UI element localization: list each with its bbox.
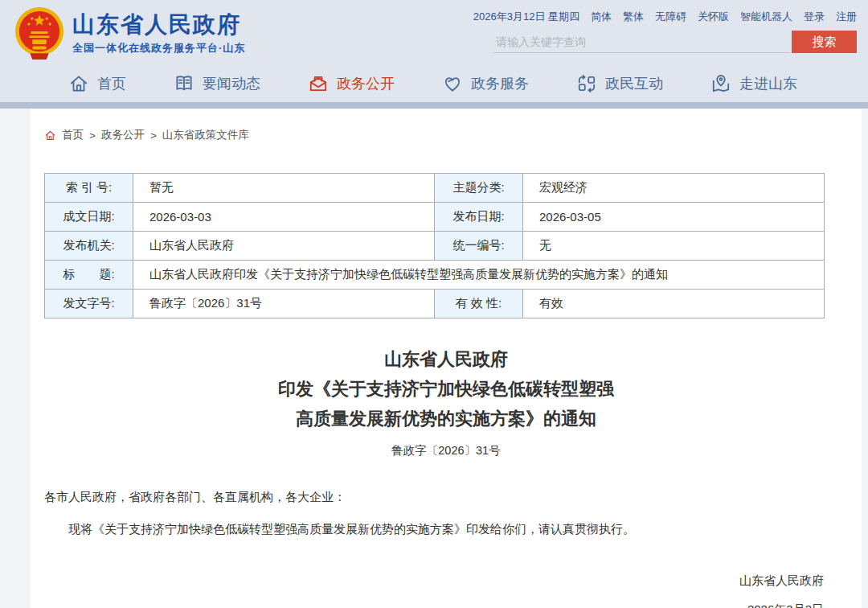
index-number-value: 暂无 [133, 174, 435, 203]
breadcrumb-separator: > [89, 129, 96, 142]
main-nav: 首页 要闻动态 政务公开 政务服务 政民互动 [0, 68, 868, 102]
table-row: 标 题: 山东省人民政府印发《关于支持济宁加快绿色低碳转型塑强高质量发展新优势的… [45, 261, 825, 290]
document-salutation: 各市人民政府，省政府各部门、各直属机构，各大企业： [44, 487, 824, 507]
publish-date-value: 2026-03-05 [523, 203, 825, 232]
link-traditional[interactable]: 繁体 [623, 10, 644, 24]
title-value: 山东省人民政府印发《关于支持济宁加快绿色低碳转型塑强高质量发展新优势的实施方案》… [133, 261, 825, 290]
document-title: 山东省人民政府 印发《关于支持济宁加快绿色低碳转型塑强 高质量发展新优势的实施方… [31, 344, 862, 433]
search-button[interactable]: 搜索 [792, 31, 857, 53]
document-signature: 山东省人民政府 2026年3月3日 [31, 566, 824, 608]
table-row: 发文字号: 鲁政字〔2026〕31号 有 效 性: 有效 [45, 290, 825, 318]
document-title-line1: 山东省人民政府 [31, 344, 862, 374]
page-content: 首页 > 政务公开 > 山东省政策文件库 索 引 号: 暂无 主题分类: 宏观经… [31, 109, 862, 608]
document-title-line2: 印发《关于支持济宁加快绿色低碳转型塑强 [31, 374, 862, 404]
link-login[interactable]: 登录 [804, 10, 825, 24]
validity-label: 有 效 性: [435, 290, 523, 318]
link-accessibility[interactable]: 无障碍 [655, 10, 686, 24]
document-paragraph: 现将《关于支持济宁加快绿色低碳转型塑强高质量发展新优势的实施方案》印发给你们，请… [44, 520, 824, 539]
site-identity: 山东省人民政府 全国一体化在线政务服务平台·山东 [72, 12, 245, 55]
breadcrumb-separator: > [150, 129, 157, 142]
validity-value: 有效 [523, 290, 825, 318]
breadcrumb-gov-affairs[interactable]: 政务公开 [101, 128, 145, 142]
topic-category-label: 主题分类: [435, 174, 523, 203]
table-row: 发布机关: 山东省人民政府 统一编号: 无 [45, 232, 825, 261]
utility-bar: 2026年3月12日 星期四 简体 繁体 无障碍 关怀版 智能机器人 登录 注册 [473, 10, 857, 24]
nav-item-explore-shandong[interactable]: 走进山东 [710, 73, 797, 94]
document-title-line3: 高质量发展新优势的实施方案》的通知 [31, 404, 862, 433]
map-pin-icon [710, 73, 731, 94]
title-label: 标 题: [45, 261, 133, 290]
nav-label: 政务服务 [471, 74, 529, 93]
nav-label: 政务公开 [337, 74, 395, 93]
nav-divider-strip [0, 102, 868, 109]
link-simplified[interactable]: 简体 [591, 10, 612, 24]
current-date: 2026年3月12日 星期四 [473, 10, 579, 24]
doc-number-value: 鲁政字〔2026〕31号 [133, 290, 435, 318]
site-subtitle: 全国一体化在线政务服务平台·山东 [72, 41, 245, 55]
link-care-version[interactable]: 关怀版 [698, 10, 729, 24]
publish-date-label: 发布日期: [435, 203, 523, 232]
search-bar: 搜索 [493, 31, 857, 53]
breadcrumb: 首页 > 政务公开 > 山东省政策文件库 [31, 109, 862, 142]
document-meta-table: 索 引 号: 暂无 主题分类: 宏观经济 成文日期: 2026-03-03 发布… [44, 173, 825, 318]
envelope-icon [308, 73, 329, 94]
nav-label: 走进山东 [739, 74, 797, 93]
document-body: 各市人民政府，省政府各部门、各直属机构，各大企业： 现将《关于支持济宁加快绿色低… [44, 487, 824, 539]
book-icon [174, 73, 194, 94]
nav-item-services[interactable]: 政务服务 [442, 73, 529, 94]
link-smart-robot[interactable]: 智能机器人 [740, 10, 792, 24]
national-emblem-icon [14, 6, 64, 62]
doc-number-label: 发文字号: [45, 290, 133, 318]
nav-label: 首页 [97, 74, 126, 93]
site-logo[interactable]: 山东省人民政府 全国一体化在线政务服务平台·山东 [14, 6, 245, 62]
issuing-agency-label: 发布机关: [45, 232, 133, 261]
unified-number-value: 无 [523, 232, 825, 261]
issuing-agency-value: 山东省人民政府 [133, 232, 435, 261]
home-icon [68, 73, 89, 94]
topic-category-value: 宏观经济 [523, 174, 825, 203]
nav-item-interaction[interactable]: 政民互动 [576, 73, 663, 94]
index-number-label: 索 引 号: [45, 174, 133, 203]
table-row: 成文日期: 2026-03-03 发布日期: 2026-03-05 [45, 203, 825, 232]
site-title: 山东省人民政府 [72, 12, 245, 38]
signature-org: 山东省人民政府 [31, 566, 824, 595]
written-date-label: 成文日期: [45, 203, 133, 232]
document-number: 鲁政字〔2026〕31号 [31, 443, 862, 458]
breadcrumb-policy-library[interactable]: 山东省政策文件库 [162, 128, 249, 142]
site-header: 山东省人民政府 全国一体化在线政务服务平台·山东 2026年3月12日 星期四 … [0, 0, 868, 68]
link-register[interactable]: 注册 [836, 10, 857, 24]
heart-icon [442, 73, 463, 94]
nav-label: 要闻动态 [203, 74, 260, 93]
nav-item-gov-affairs[interactable]: 政务公开 [308, 73, 395, 94]
chat-arrows-icon [576, 73, 597, 94]
nav-label: 政民互动 [605, 74, 663, 93]
home-icon [44, 129, 56, 142]
table-row: 索 引 号: 暂无 主题分类: 宏观经济 [45, 174, 825, 203]
unified-number-label: 统一编号: [435, 232, 523, 261]
written-date-value: 2026-03-03 [133, 203, 435, 232]
nav-item-home[interactable]: 首页 [68, 73, 126, 94]
signature-date: 2026年3月3日 [31, 595, 824, 608]
nav-item-news[interactable]: 要闻动态 [174, 73, 260, 94]
breadcrumb-home[interactable]: 首页 [62, 128, 84, 142]
search-input[interactable] [493, 31, 790, 53]
